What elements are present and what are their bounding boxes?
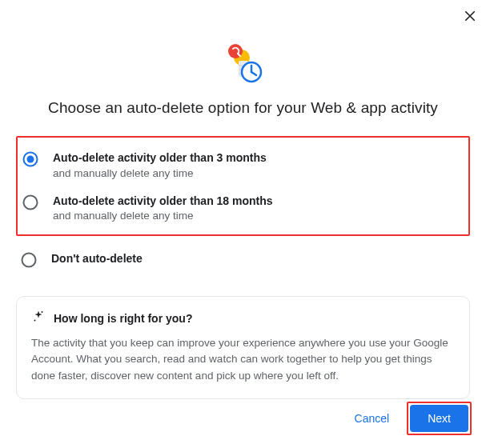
radio-icon-selected: [22, 151, 38, 167]
info-title: How long is right for you?: [54, 312, 192, 325]
svg-point-13: [22, 254, 36, 267]
cancel-button[interactable]: Cancel: [343, 406, 401, 431]
next-button[interactable]: Next: [410, 405, 468, 432]
page-title: Choose an auto-delete option for your We…: [0, 99, 486, 117]
option-18-months[interactable]: Auto-delete activity older than 18 month…: [18, 186, 468, 230]
svg-point-11: [27, 156, 34, 163]
option-3-months[interactable]: Auto-delete activity older than 3 months…: [18, 143, 468, 186]
option-subtitle: and manually delete any time: [53, 167, 267, 179]
hero-icon-container: [0, 40, 486, 85]
svg-point-15: [34, 320, 36, 322]
close-button[interactable]: [460, 6, 480, 26]
info-card: How long is right for you? The activity …: [16, 296, 470, 399]
clock-hero-icon: [221, 40, 266, 85]
option-title: Don't auto-delete: [51, 251, 143, 267]
radio-icon-unselected: [22, 194, 38, 210]
options-list: Auto-delete activity older than 3 months…: [0, 136, 486, 275]
radio-icon-unselected: [21, 252, 37, 268]
option-subtitle: and manually delete any time: [53, 210, 273, 222]
info-body: The activity that you keep can improve y…: [31, 335, 455, 384]
close-icon: [463, 9, 477, 23]
option-title: Auto-delete activity older than 3 months: [53, 150, 267, 166]
svg-point-14: [42, 311, 43, 313]
highlighted-options: Auto-delete activity older than 3 months…: [16, 136, 470, 236]
option-title: Auto-delete activity older than 18 month…: [53, 194, 273, 210]
dialog-footer: Cancel Next: [343, 402, 472, 435]
option-no-delete[interactable]: Don't auto-delete: [16, 244, 470, 275]
sparkle-icon: [31, 310, 46, 327]
next-button-highlight: Next: [407, 402, 472, 435]
svg-point-12: [24, 195, 38, 209]
